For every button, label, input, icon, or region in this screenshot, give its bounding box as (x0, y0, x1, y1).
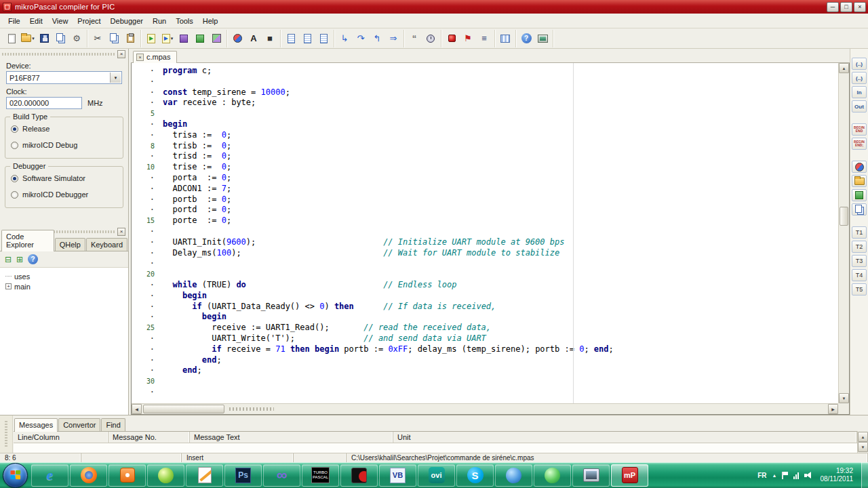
device-select[interactable]: P16F877 ▼ (6, 71, 122, 84)
hidden-icons-chevron[interactable]: ▲ (772, 473, 776, 478)
step-out-button[interactable]: ↰ (369, 30, 385, 46)
statistics-button[interactable] (283, 30, 299, 46)
horizontal-scrollbar[interactable]: ◀ ▶ (132, 403, 838, 414)
taskbar-firefox[interactable] (70, 464, 107, 487)
bookmark-t2-button[interactable]: T2 (852, 241, 867, 253)
tab-convertor[interactable]: Convertor (58, 418, 100, 431)
scroll-right-icon[interactable]: ▶ (828, 404, 838, 414)
explorer-help-icon[interactable]: ? (28, 254, 38, 264)
panel-grip[interactable] (0, 415, 13, 453)
taskbar-visual-basic[interactable]: VB (379, 464, 416, 487)
column-header-line-column[interactable]: Line/Column (14, 432, 108, 443)
windows-manager-button[interactable] (534, 30, 551, 46)
strip-tool-folder-button[interactable] (852, 175, 867, 187)
splitter-handle[interactable] (229, 407, 274, 411)
code-line-20[interactable]: 20 (132, 269, 838, 280)
taskbar-green-sphere-app[interactable] (534, 464, 571, 487)
taskbar-skype[interactable]: S (456, 464, 494, 487)
expand-plus-icon[interactable]: + (5, 283, 12, 289)
tab-find[interactable]: Find (101, 418, 125, 431)
code-line-17[interactable]: · UART1_Init(9600); // Initialize UART m… (132, 237, 838, 248)
copy-button[interactable] (106, 30, 122, 46)
insert-comment-button[interactable]: “ (406, 30, 422, 46)
template-out-button[interactable]: Out (852, 100, 867, 113)
project-settings-button[interactable] (208, 30, 224, 46)
scroll-down-icon[interactable]: ▼ (858, 442, 868, 452)
new-unit-button[interactable] (3, 30, 20, 46)
stopwatch-button[interactable] (422, 30, 439, 46)
messages-scrollbar[interactable]: ▲ ▼ (857, 431, 868, 453)
code-line-25[interactable]: 25 receive := UART1_Read(); // read the … (132, 323, 838, 333)
scroll-up-icon[interactable]: ▲ (858, 432, 868, 442)
taskbar-visual-studio[interactable]: ∞ (263, 464, 300, 487)
code-line-2[interactable]: · (132, 77, 838, 87)
taskbar-red-black-media[interactable] (340, 464, 378, 487)
column-header-message-no[interactable]: Message No. (108, 432, 190, 443)
tab-code-explorer[interactable]: Code Explorer (1, 230, 54, 251)
title-bar[interactable]: mikroPascal compiler for PIC ─ □ × (0, 0, 868, 14)
taskbar-media-player-orange[interactable] (108, 464, 146, 487)
taskbar-green-orb-app[interactable] (147, 464, 184, 487)
save-button[interactable] (36, 30, 52, 46)
bookmark-t3-button[interactable]: T3 (852, 255, 867, 267)
scroll-up-icon[interactable]: ▲ (839, 63, 849, 73)
close-button[interactable]: × (854, 2, 866, 12)
code-line-31[interactable]: · (132, 387, 838, 398)
panel-grip[interactable]: × (2, 51, 125, 58)
code-editor[interactable]: ·program c;··const temp_sirene = 10000;·… (132, 63, 838, 403)
edit-project-button[interactable] (192, 30, 208, 46)
template-parens-2-button[interactable]: (..) (852, 72, 867, 84)
template-in-button[interactable]: In (852, 86, 867, 98)
help-button[interactable]: ? (518, 30, 534, 46)
save-all-button[interactable] (52, 30, 68, 46)
breakpoints-button[interactable]: ⚑ (460, 30, 476, 46)
volume-icon[interactable] (804, 472, 813, 479)
taskbar-internet-explorer[interactable]: e (31, 464, 68, 487)
options-button[interactable]: ⚙ (68, 30, 85, 46)
taskbar-blue-orb-app[interactable] (495, 464, 532, 487)
menu-project[interactable]: Project (73, 14, 105, 28)
menu-run[interactable]: Run (148, 14, 171, 28)
menu-view[interactable]: View (47, 14, 73, 28)
code-line-18[interactable]: · Delay_ms(100); // Wait for UART module… (132, 248, 838, 259)
code-line-4[interactable]: ·var receive : byte; (132, 98, 838, 108)
bookmark-t4-button[interactable]: T4 (852, 269, 867, 281)
scroll-down-icon[interactable]: ▼ (839, 393, 849, 403)
code-line-22[interactable]: · begin (132, 291, 838, 302)
view-assembly-button[interactable] (176, 30, 192, 46)
code-line-8[interactable]: 8 trisb := 0; (132, 141, 838, 152)
build-all-button[interactable]: ▶▾ (159, 30, 176, 46)
column-header-unit[interactable]: Unit (393, 432, 857, 443)
bookmark-t5-button[interactable]: T5 (852, 283, 867, 296)
bookmark-t1-button[interactable]: T1 (852, 226, 867, 239)
vertical-scroll-thumb[interactable] (840, 207, 848, 226)
column-header-message-text[interactable]: Message Text (190, 432, 393, 443)
network-icon[interactable] (793, 472, 799, 479)
ascii-chart-button[interactable]: A (245, 30, 262, 46)
code-line-15[interactable]: 15 porte := 0; (132, 216, 838, 226)
usart-terminal-button[interactable] (229, 30, 245, 46)
tab-c-mpas[interactable]: × c.mpas (133, 51, 177, 63)
code-line-6[interactable]: ·begin (132, 119, 838, 130)
close-panel-icon[interactable]: × (117, 228, 125, 236)
menu-file[interactable]: File (3, 14, 25, 28)
code-line-12[interactable]: · ADCON1 := 7; (132, 184, 838, 195)
step-over-button[interactable]: ↷ (353, 30, 369, 46)
open-button[interactable]: ▾ (20, 30, 36, 46)
code-line-3[interactable]: ·const temp_sirene = 10000; (132, 87, 838, 98)
messages-list[interactable] (14, 443, 857, 453)
watch-window-button[interactable] (497, 30, 513, 46)
radio-mikroicd-debugger[interactable]: mikroICD Debugger (11, 190, 117, 199)
code-line-27[interactable]: · if receive = 71 then begin portb := 0x… (132, 344, 838, 355)
radio-software-simulator[interactable]: Software Simulator (11, 174, 117, 182)
taskbar-screen-capture[interactable] (572, 464, 610, 487)
eeprom-editor-button[interactable]: ■ (262, 30, 278, 46)
code-line-23[interactable]: · if (UART1_Data_Ready() <> 0) then // I… (132, 302, 838, 312)
vertical-scrollbar[interactable]: ▲ ▼ (838, 63, 849, 403)
memory-view-button[interactable] (299, 30, 315, 46)
radio-mikroicd-debug[interactable]: mikroICD Debug (11, 141, 117, 149)
horizontal-scroll-thumb[interactable] (143, 405, 224, 413)
menu-debugger[interactable]: Debugger (106, 14, 148, 28)
code-line-26[interactable]: · UART1_Write('T'); // and send data via… (132, 333, 838, 344)
clock-input[interactable]: 020.000000 (6, 97, 82, 109)
